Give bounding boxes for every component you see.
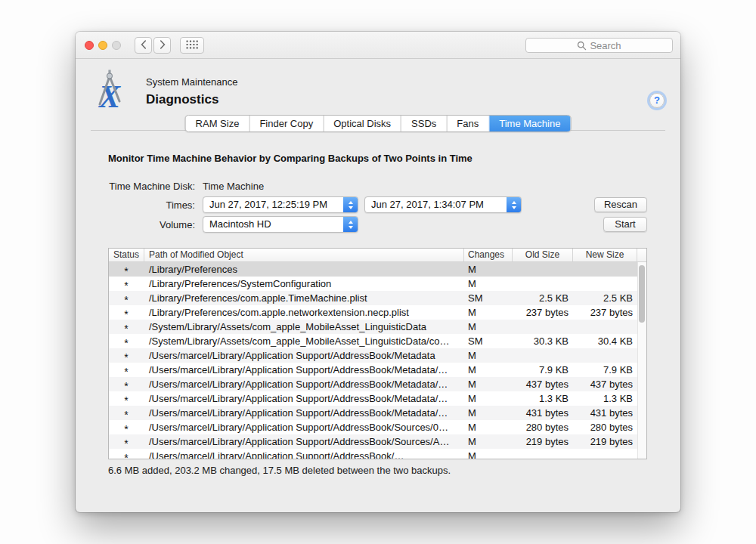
stepper-up-down-icon[interactable]: [343, 197, 358, 212]
table-row[interactable]: */Library/Preferences/SystemConfiguratio…: [109, 277, 646, 291]
table-row[interactable]: */System/Library/Assets/com_apple_Mobile…: [109, 320, 646, 334]
table-row[interactable]: */System/Library/Assets/com_apple_Mobile…: [109, 334, 646, 348]
volume-value: Macintosh HD: [209, 217, 271, 232]
table-row[interactable]: */Users/marcel/Library/Application Suppo…: [109, 449, 646, 459]
cell-path: /System/Library/Assets/com_apple_MobileA…: [144, 334, 464, 348]
tab-time-machine[interactable]: Time Machine: [488, 116, 570, 131]
cell-old: 437 bytes: [513, 377, 573, 391]
cell-status: *: [109, 320, 144, 334]
cell-new: 431 bytes: [573, 406, 637, 420]
column-header-spacer: [637, 249, 646, 261]
column-header-changes[interactable]: Changes: [464, 249, 513, 261]
table-row[interactable]: */Library/Preferences/com.apple.networke…: [109, 305, 646, 320]
cell-new: [573, 320, 637, 334]
table-row[interactable]: */Users/marcel/Library/Application Suppo…: [109, 348, 646, 363]
start-button[interactable]: Start: [603, 217, 647, 232]
table-row[interactable]: */Users/marcel/Library/Application Suppo…: [109, 391, 646, 406]
cell-old: 7.9 KB: [513, 363, 573, 377]
tab-ssds[interactable]: SSDs: [401, 116, 446, 131]
tab-optical-disks[interactable]: Optical Disks: [323, 116, 401, 131]
cell-old: 30.3 KB: [513, 334, 573, 348]
cell-status: *: [109, 334, 144, 348]
tab-finder-copy[interactable]: Finder Copy: [249, 116, 323, 131]
zoom-button[interactable]: [112, 41, 121, 50]
cell-path: /Users/marcel/Library/Application Suppor…: [144, 377, 464, 391]
cell-old: 2.5 KB: [513, 291, 573, 305]
table-row[interactable]: */Library/PreferencesM: [109, 262, 646, 277]
cell-new: [573, 277, 637, 291]
cell-status: *: [109, 348, 144, 363]
table-row[interactable]: */Library/Preferences/com.apple.TimeMach…: [109, 291, 646, 305]
cell-new: 7.9 KB: [573, 363, 637, 377]
cell-new: 2.5 KB: [573, 291, 637, 305]
cell-old: [513, 348, 573, 363]
show-all-button[interactable]: [180, 37, 204, 54]
cell-changes: SM: [464, 291, 513, 305]
cell-path: /Users/marcel/Library/Application Suppor…: [144, 449, 464, 459]
cell-changes: M: [464, 277, 513, 291]
scrollbar-thumb[interactable]: [639, 265, 645, 323]
column-header-path[interactable]: Path of Modified Object: [144, 249, 464, 261]
cell-new: 237 bytes: [573, 305, 637, 320]
cell-old: [513, 277, 573, 291]
table-row[interactable]: */Users/marcel/Library/Application Suppo…: [109, 434, 646, 449]
column-header-old-size[interactable]: Old Size: [513, 249, 573, 261]
times-label: Times:: [166, 199, 195, 211]
volume-select[interactable]: Macintosh HD: [203, 216, 358, 233]
time1-select[interactable]: Jun 27, 2017, 12:25:19 PM: [203, 196, 358, 213]
cell-changes: M: [464, 406, 513, 420]
cell-new: 219 bytes: [573, 434, 637, 449]
tab-ram-size[interactable]: RAM Size: [186, 116, 249, 131]
table-row[interactable]: */Users/marcel/Library/Application Suppo…: [109, 363, 646, 377]
disk-label: Time Machine Disk:: [109, 181, 195, 192]
scrollbar-track[interactable]: [637, 262, 646, 459]
section-heading: Monitor Time Machine Behavior by Compari…: [108, 153, 472, 164]
stepper-up-down-icon[interactable]: [507, 197, 521, 212]
time2-value: Jun 27, 2017, 1:34:07 PM: [371, 197, 484, 212]
stepper-up-down-icon[interactable]: [343, 217, 358, 232]
cell-changes: M: [464, 262, 513, 277]
search-icon: [577, 41, 587, 51]
help-button[interactable]: ?: [649, 93, 665, 108]
app-subtitle: System Maintenance: [146, 76, 237, 88]
arrow-up-icon: [512, 201, 516, 204]
cell-status: *: [109, 291, 144, 305]
rescan-button[interactable]: Rescan: [594, 197, 647, 212]
close-button[interactable]: [85, 41, 94, 50]
cell-changes: M: [464, 348, 513, 363]
back-button[interactable]: [135, 37, 152, 54]
cell-status: *: [109, 391, 144, 406]
titlebar[interactable]: Search: [76, 32, 680, 59]
table-row[interactable]: */Users/marcel/Library/Application Suppo…: [109, 377, 646, 391]
cell-path: /Library/Preferences/com.apple.networkex…: [144, 305, 464, 320]
search-input[interactable]: Search: [525, 38, 673, 53]
arrow-down-icon: [349, 206, 353, 209]
table-body: */Library/PreferencesM*/Library/Preferen…: [109, 262, 646, 459]
desktop: Search X System Maintenance Diagnostics …: [0, 0, 756, 544]
table-row[interactable]: */Users/marcel/Library/Application Suppo…: [109, 406, 646, 420]
cell-changes: M: [464, 363, 513, 377]
chevron-left-icon: [141, 39, 147, 52]
tab-fans[interactable]: Fans: [446, 116, 488, 131]
table-header: Status Path of Modified Object Changes O…: [109, 249, 646, 262]
forward-button[interactable]: [153, 37, 171, 54]
disk-value: Time Machine: [203, 181, 264, 192]
cell-status: *: [109, 420, 144, 434]
minimize-button[interactable]: [98, 41, 107, 50]
column-header-status[interactable]: Status: [109, 249, 144, 261]
cell-path: /Users/marcel/Library/Application Suppor…: [144, 406, 464, 420]
cell-new: [573, 449, 637, 459]
cell-old: 237 bytes: [513, 305, 573, 320]
search-placeholder: Search: [590, 40, 621, 51]
cell-changes: M: [464, 377, 513, 391]
results-table: Status Path of Modified Object Changes O…: [108, 248, 647, 459]
cell-changes: SM: [464, 334, 513, 348]
cell-path: /Users/marcel/Library/Application Suppor…: [144, 363, 464, 377]
cell-old: 219 bytes: [513, 434, 573, 449]
time2-select[interactable]: Jun 27, 2017, 1:34:07 PM: [364, 196, 522, 213]
cell-path: /Library/Preferences/SystemConfiguration: [144, 277, 464, 291]
cell-changes: M: [464, 320, 513, 334]
column-header-new-size[interactable]: New Size: [573, 249, 637, 261]
cell-status: *: [109, 277, 144, 291]
table-row[interactable]: */Users/marcel/Library/Application Suppo…: [109, 420, 646, 434]
